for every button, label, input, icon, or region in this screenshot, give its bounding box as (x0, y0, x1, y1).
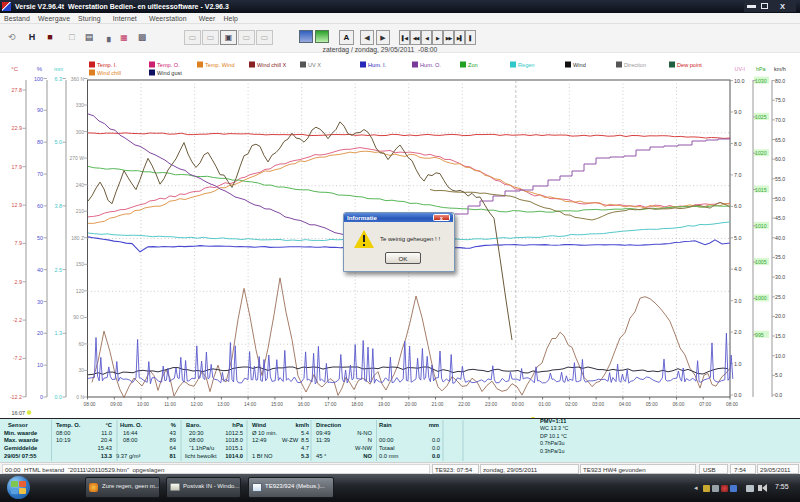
svg-text:%: % (171, 422, 176, 428)
svg-text:08:00: 08:00 (189, 437, 204, 443)
svg-text:10:19: 10:19 (56, 437, 71, 443)
svg-text:Wind: Wind (252, 422, 267, 428)
svg-text:1012.5: 1012.5 (225, 430, 243, 436)
svg-text:1 Bf NO: 1 Bf NO (252, 453, 273, 459)
svg-text:Direction: Direction (316, 422, 342, 428)
svg-text:Sensor: Sensor (8, 422, 28, 428)
svg-text:Rain: Rain (379, 422, 392, 428)
svg-text:20.4: 20.4 (101, 437, 113, 443)
svg-text:Gemiddelde: Gemiddelde (4, 445, 38, 451)
svg-text:45 °: 45 ° (316, 453, 326, 459)
svg-text:PMV=1:11: PMV=1:11 (540, 418, 566, 424)
svg-text:64: 64 (170, 445, 177, 451)
svg-text:km/h: km/h (295, 422, 309, 428)
svg-text:“1.1hPa/u: “1.1hPa/u (189, 445, 214, 451)
svg-text:0.0 mm: 0.0 mm (379, 453, 398, 459)
svg-text:°C: °C (105, 422, 112, 428)
svg-text:W-ZW: W-ZW (282, 437, 299, 443)
svg-text:16:44: 16:44 (123, 430, 138, 436)
svg-text:Min. waarde: Min. waarde (4, 430, 38, 436)
svg-text:89: 89 (170, 437, 176, 443)
svg-text:0.0: 0.0 (432, 445, 440, 451)
svg-text:DP 10.1 °C: DP 10.1 °C (540, 433, 567, 439)
svg-text:13.3: 13.3 (101, 453, 113, 459)
svg-text:0.0: 0.0 (432, 453, 440, 459)
svg-text:hPa: hPa (232, 422, 243, 428)
svg-text:9.37 g/m³: 9.37 g/m³ (116, 453, 141, 459)
svg-text:licht bewolkt: licht bewolkt (185, 453, 217, 459)
svg-text:0.3hPa/1u: 0.3hPa/1u (540, 448, 565, 454)
svg-text:Baro.: Baro. (186, 422, 201, 428)
svg-text:08:00: 08:00 (123, 437, 138, 443)
svg-text:43: 43 (170, 430, 176, 436)
svg-text:15.43: 15.43 (97, 445, 112, 451)
svg-text:1018.0: 1018.0 (225, 437, 243, 443)
svg-text:Temp. O.: Temp. O. (56, 422, 81, 428)
svg-text:W-NW: W-NW (355, 445, 372, 451)
svg-text:12:49: 12:49 (252, 437, 267, 443)
svg-text:20:30: 20:30 (189, 430, 204, 436)
svg-text:WC 13.3 °C: WC 13.3 °C (540, 425, 569, 431)
svg-text:00:00: 00:00 (379, 437, 394, 443)
svg-text:11:39: 11:39 (316, 437, 330, 443)
svg-text:1014.0: 1014.0 (225, 453, 243, 459)
svg-text:Totaal: Totaal (379, 445, 394, 451)
svg-text:5.4: 5.4 (301, 430, 310, 436)
svg-text:8.5: 8.5 (301, 437, 309, 443)
svg-text:29/05/ 07:55: 29/05/ 07:55 (4, 453, 37, 459)
svg-text:09:49: 09:49 (316, 430, 331, 436)
svg-text:Hum. O.: Hum. O. (120, 422, 143, 428)
svg-text:11.0: 11.0 (101, 430, 112, 436)
svg-text:08:00: 08:00 (56, 430, 71, 436)
svg-text:0.7hPa/3u: 0.7hPa/3u (540, 440, 565, 446)
svg-text:mm: mm (429, 422, 439, 428)
svg-text:0.0: 0.0 (432, 437, 440, 443)
svg-text:1015.1: 1015.1 (225, 445, 243, 451)
svg-text:5.3: 5.3 (301, 453, 310, 459)
svg-text:Ø 10 min.: Ø 10 min. (252, 430, 278, 436)
svg-text:81: 81 (170, 453, 177, 459)
svg-text:N-NO: N-NO (357, 430, 372, 436)
svg-text:4.7: 4.7 (301, 445, 309, 451)
svg-text:NO: NO (363, 453, 372, 459)
svg-text:N: N (368, 437, 372, 443)
svg-text:Max. waarde: Max. waarde (4, 437, 39, 443)
